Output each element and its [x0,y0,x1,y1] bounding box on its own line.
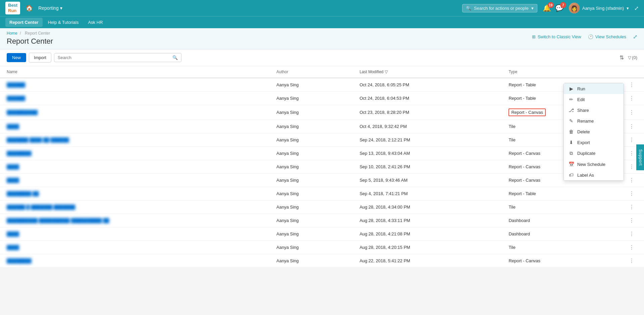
search-input-wrap[interactable]: 🔍 [54,53,181,62]
cell-name: ████ [0,241,270,254]
context-menu-item-label-as[interactable]: 🏷Label As [564,170,624,180]
cell-author: Aanya Sing [270,241,353,254]
row-actions-button[interactable]: ⋮ [626,243,637,252]
report-name-link[interactable]: ██████████ [7,110,38,115]
view-schedules-link[interactable]: 🕐 View Schedules [588,34,626,39]
cell-modified: Sep 13, 2018, 9:43:04 AM [353,147,502,160]
logo: Best Run [5,2,20,14]
search-input[interactable] [58,55,170,60]
report-name-link[interactable]: ██████ [7,96,25,101]
report-name-link[interactable]: ██████ █ ███████ ███████ [7,205,75,210]
bell-notification[interactable]: 🔔 19 [543,4,551,12]
col-modified[interactable]: Last Modified ▽ [353,66,502,78]
cell-modified: Oct 24, 2018, 6:05:25 PM [353,78,502,92]
global-search[interactable]: 🔍 Search for actions or people ▾ [462,4,537,12]
row-actions-button[interactable]: ⋮ [626,257,637,265]
cell-name: ████████ ██ [0,187,270,200]
row-actions-button[interactable]: ⋮ [626,136,637,144]
cell-modified: Aug 28, 2018, 4:34:00 PM [353,200,502,214]
cell-author: Aanya Sing [270,254,353,268]
context-menu-item-rename[interactable]: ✎Rename [564,116,624,126]
filter-area[interactable]: ▽ (0) [628,55,637,60]
report-name-link[interactable]: ████ [7,245,19,250]
cell-name: ████ [0,120,270,133]
report-name-link[interactable]: ████████ [7,258,32,263]
context-menu-item-duplicate[interactable]: ⧉Duplicate [564,148,624,159]
chat-notification[interactable]: 💬 7 [555,4,564,12]
cell-actions: ⋮ [620,254,644,268]
cell-modified: Aug 28, 2018, 4:33:11 PM [353,214,502,227]
cell-type: Dashboard [502,227,620,241]
cell-actions: ⋮ [620,227,644,241]
filter-icon: ▽ [628,55,631,60]
cell-author: Aanya Sing [270,200,353,214]
modified-sort[interactable]: Last Modified ▽ [360,70,388,74]
row-actions-button[interactable]: ⋮ [626,108,637,117]
user-menu[interactable]: 👩 Aanya Sing (sfadmin) ▾ [569,3,629,13]
module-nav[interactable]: Reporting ▾ [38,5,62,11]
cell-name: ████ [0,227,270,241]
switch-classic-link[interactable]: ⊞ Switch to Classic View [532,34,581,39]
report-name-link[interactable]: ███████ ████ ██ ██████ [7,137,69,142]
support-tab[interactable]: Support [636,144,644,170]
report-name-link[interactable]: ██████ [7,82,25,87]
search-placeholder: Search for actions or people [474,6,529,11]
col-type[interactable]: Type [502,66,620,78]
row-actions-button[interactable]: ⋮ [626,81,637,89]
context-menu-item-share[interactable]: ⎇Share [564,105,624,116]
home-button[interactable]: 🏠 [25,4,33,12]
context-menu-item-delete[interactable]: 🗑Delete [564,126,624,137]
cell-type: Tile [502,200,620,214]
report-name-link[interactable]: ██████████ ██████████ ██████████ ██ [7,218,109,223]
menu-item-icon: ▶ [569,86,574,91]
expand-icon[interactable]: ⤢ [634,5,639,11]
table-row: ████Aanya SingSep 5, 2018, 9:43:46 AMRep… [0,174,644,187]
row-actions-button[interactable]: ⋮ [626,203,637,211]
menu-item-icon: 🗑 [569,129,574,134]
report-name-link[interactable]: ████████ [7,151,32,156]
import-button[interactable]: Import [29,53,51,62]
report-name-link[interactable]: ████████ ██ [7,191,39,196]
cell-name: ██████ [0,78,270,92]
context-menu-item-edit[interactable]: ✏Edit [564,94,624,105]
toolbar-right: ⇅ ▽ (0) [618,53,637,62]
nav-report-center[interactable]: Report Center [5,18,43,27]
chat-count: 7 [560,2,566,8]
col-name[interactable]: Name [0,66,270,78]
toolbar: New Import 🔍 ⇅ ▽ (0) [0,49,644,66]
cell-name: ██████████ [0,105,270,120]
new-button[interactable]: New [7,53,26,62]
context-menu-item-export[interactable]: ⬇Export [564,137,624,148]
row-actions-button[interactable]: ⋮ [626,122,637,131]
breadcrumb-home[interactable]: Home [7,31,17,36]
row-actions-button[interactable]: ⋮ [626,94,637,102]
report-name-link[interactable]: ████ [7,164,19,169]
row-actions-button[interactable]: ⋮ [626,189,637,198]
report-name-link[interactable]: ████ [7,178,19,183]
table-row: ███████ ████ ██ ██████Aanya SingSep 24, … [0,133,644,147]
row-actions-button[interactable]: ⋮ [626,176,637,184]
cell-type: Tile [502,241,620,254]
row-actions-button[interactable]: ⋮ [626,149,637,158]
row-actions-button[interactable]: ⋮ [626,163,637,171]
logo-area[interactable]: Best Run [5,2,20,14]
menu-item-icon: ✏ [569,97,574,102]
col-author[interactable]: Author [270,66,353,78]
report-name-link[interactable]: ████ [7,124,19,129]
switch-classic-icon: ⊞ [532,34,536,39]
context-menu-item-run[interactable]: ▶Run [564,83,624,94]
row-actions-button[interactable]: ⋮ [626,216,637,225]
clock-icon: 🕐 [588,34,593,39]
sort-icon[interactable]: ⇅ [618,53,625,62]
expand-page-icon[interactable]: ⤢ [633,34,637,40]
row-actions-button[interactable]: ⋮ [626,230,637,238]
context-menu-item-new-schedule[interactable]: 📅New Schedule [564,159,624,170]
secondary-nav: Report Center Help & Tutorials Ask HR [0,16,644,28]
cell-modified: Oct 24, 2018, 6:04:53 PM [353,92,502,105]
nav-ask-hr[interactable]: Ask HR [84,18,107,27]
menu-item-icon: ⧉ [569,150,574,156]
cell-author: Aanya Sing [270,227,353,241]
nav-help-tutorials[interactable]: Help & Tutorials [44,18,83,27]
user-chevron: ▾ [627,6,629,11]
report-name-link[interactable]: ████ [7,231,19,236]
